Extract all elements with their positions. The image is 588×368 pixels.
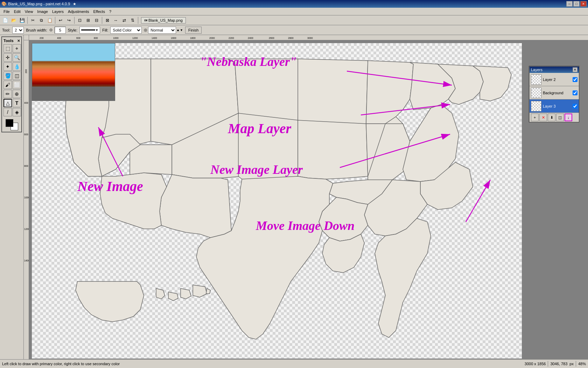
- layer2-thumb: [531, 74, 541, 85]
- undo-button[interactable]: ↩: [57, 16, 64, 24]
- menu-image[interactable]: Image: [35, 9, 50, 14]
- save-button[interactable]: 💾: [18, 16, 26, 24]
- blend-mode-select[interactable]: Normal: [148, 27, 176, 34]
- close-button[interactable]: ✕: [580, 1, 587, 7]
- h-tick-3000: 3000: [307, 37, 313, 39]
- tool-line[interactable]: /: [4, 108, 12, 116]
- tool-text[interactable]: T: [13, 99, 21, 107]
- canvas-area: 200 400 600 800 1000 1200 1400: [24, 40, 588, 359]
- primary-color-swatch[interactable]: [6, 119, 13, 127]
- main-toolbar: 📄 📂 💾 ✂ ⧉ 📋 ↩ ↪ ⊡ ⊞ ⊟ ⊠ ↔ ⇄ ⇅ 🗺 Blank_US…: [0, 15, 588, 25]
- tool-lasso[interactable]: ⌖: [13, 44, 21, 53]
- copy-button[interactable]: ⧉: [37, 16, 45, 24]
- h-tick-400: 400: [57, 37, 61, 39]
- tool-shapes[interactable]: △: [4, 99, 12, 107]
- fill-select[interactable]: Solid Color: [110, 27, 142, 34]
- h-tick-1000: 1000: [113, 37, 119, 39]
- side-toolbar: Tools ✕ ⬚ ⌖ ✛ 🔍 ✦ 💧 🪣 ◫ 🖌 ⬜ ✏ ⊕ △ T / ◈: [0, 35, 24, 359]
- layers-titlebar: Layers ✕: [530, 67, 579, 73]
- cut-button[interactable]: ✂: [29, 16, 37, 24]
- tool-extra[interactable]: ◈: [13, 108, 21, 116]
- blend-icon-left: ◎: [144, 28, 147, 32]
- tool-options-bar: Tool: 2 Brush width: ⊙ Style: ▼ Fill: So…: [0, 25, 588, 35]
- open-button[interactable]: 📂: [10, 16, 18, 24]
- menu-file[interactable]: File: [1, 9, 12, 14]
- menu-effects[interactable]: Effects: [91, 9, 107, 14]
- ruler-row: 200 400 600 800 1000 1200 1400 1600 1800…: [24, 35, 588, 40]
- layer3-visibility[interactable]: [573, 104, 578, 109]
- v-tick-800: 800: [24, 165, 28, 167]
- canvas-wrapper: 200 400 600 800 1000 1200 1400 1600 1800…: [24, 35, 588, 359]
- menu-help[interactable]: ?: [107, 9, 113, 14]
- ruler-corner: [24, 35, 29, 40]
- paste-button[interactable]: 📋: [46, 16, 54, 24]
- style-selector[interactable]: ▼: [79, 27, 100, 34]
- tool-magic-wand[interactable]: ✦: [4, 62, 12, 71]
- move-layer-down-button[interactable]: ↓: [565, 114, 572, 121]
- redo-button[interactable]: ↪: [65, 16, 73, 24]
- active-tab[interactable]: 🗺 Blank_US_Map.png: [141, 17, 186, 23]
- layers-close-button[interactable]: ✕: [573, 67, 578, 72]
- h-tick-200: 200: [40, 37, 44, 39]
- invert-sel-button[interactable]: ⊟: [93, 16, 100, 24]
- titlebar-controls[interactable]: ─ □ ✕: [566, 1, 587, 7]
- canvas-container: "Nebraska Layer": [32, 43, 522, 359]
- tool-move[interactable]: ✛: [4, 53, 12, 62]
- v-tick-400: 400: [24, 102, 28, 104]
- layer2-visibility[interactable]: [573, 77, 578, 82]
- toolbar-separator-5: [138, 17, 138, 24]
- add-layer-button[interactable]: +: [531, 114, 539, 121]
- menu-view[interactable]: View: [23, 9, 35, 14]
- menu-adjustments[interactable]: Adjustments: [66, 9, 91, 14]
- tool-pencil[interactable]: ✏: [4, 90, 12, 98]
- blend-mode-area: ◎ Normal ● ▼: [144, 27, 183, 34]
- tools-panel: Tools ✕ ⬚ ⌖ ✛ 🔍 ✦ 💧 🪣 ◫ 🖌 ⬜ ✏ ⊕ △ T / ◈: [1, 36, 22, 132]
- flip-h-button[interactable]: ⇄: [120, 16, 128, 24]
- menu-edit[interactable]: Edit: [12, 9, 23, 14]
- minimize-button[interactable]: ─: [566, 1, 573, 7]
- layers-panel: Layers ✕ Layer 2 Background Layer 3 + ✕ …: [529, 66, 580, 123]
- background-visibility[interactable]: [573, 90, 578, 95]
- image-dimensions: 3000 x 1856: [525, 362, 546, 366]
- h-tick-1600: 1600: [171, 37, 176, 39]
- tool-rectangle-select[interactable]: ⬚: [4, 44, 12, 53]
- tool-color-picker[interactable]: 💧: [13, 62, 21, 71]
- zoom-level: 48%: [578, 362, 586, 366]
- layer-row-layer2[interactable]: Layer 2: [530, 73, 579, 86]
- merge-down-button[interactable]: ⬇: [548, 114, 555, 121]
- delete-layer-button[interactable]: ✕: [539, 114, 547, 121]
- crop-button[interactable]: ⊠: [104, 16, 111, 24]
- layer-row-background[interactable]: Background: [530, 86, 579, 100]
- modified-indicator: ★: [73, 2, 76, 6]
- brush-width-label: Brush width:: [26, 28, 47, 32]
- h-tick-800: 800: [94, 37, 98, 39]
- maximize-button[interactable]: □: [573, 1, 580, 7]
- tool-eraser[interactable]: ⬜: [13, 81, 21, 89]
- resize-button[interactable]: ↔: [112, 16, 120, 24]
- menu-layers[interactable]: Layers: [50, 9, 66, 14]
- toolbar-separator-2: [55, 17, 55, 24]
- layer-row-layer3[interactable]: Layer 3: [530, 100, 579, 113]
- tool-clone-stamp[interactable]: ⊕: [13, 90, 21, 98]
- ruler-horizontal: 200 400 600 800 1000 1200 1400 1600 1800…: [29, 35, 588, 40]
- finish-button[interactable]: Finish: [185, 27, 202, 34]
- tool-select[interactable]: 2: [12, 27, 24, 34]
- select-all-button[interactable]: ⊞: [84, 16, 92, 24]
- tool-zoom[interactable]: 🔍: [13, 53, 21, 62]
- new-button[interactable]: 📄: [1, 16, 9, 24]
- flip-v-button[interactable]: ⇅: [129, 16, 136, 24]
- deselect-button[interactable]: ⊡: [76, 16, 84, 24]
- fill-label: Fill:: [102, 28, 108, 32]
- blend-icon-right: ●: [177, 28, 179, 32]
- tool-gradient[interactable]: ◫: [13, 71, 21, 80]
- tools-panel-close[interactable]: ✕: [17, 39, 20, 43]
- color-swatches: [4, 119, 20, 130]
- brush-width-input[interactable]: [55, 27, 66, 34]
- statusbar: Left click to draw with primary color, r…: [0, 359, 588, 368]
- tool-paint-bucket[interactable]: 🪣: [4, 71, 12, 80]
- canvas-scroll[interactable]: "Nebraska Layer": [29, 40, 588, 359]
- duplicate-layer-button[interactable]: ◫: [556, 114, 564, 121]
- tool-brush[interactable]: 🖌: [4, 81, 12, 89]
- h-tick-600: 600: [76, 37, 80, 39]
- unit-label: px: [569, 362, 574, 366]
